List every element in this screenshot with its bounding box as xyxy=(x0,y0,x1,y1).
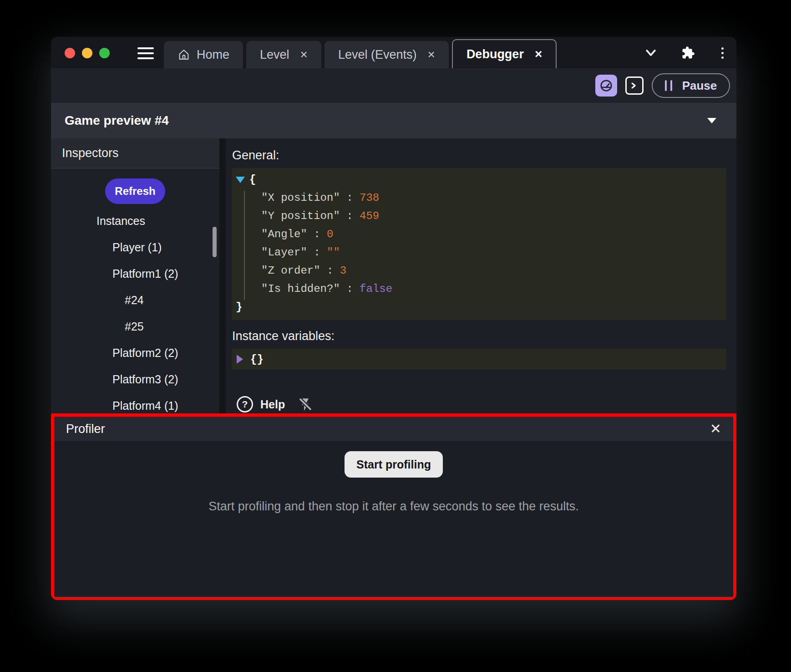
tree-item-platform4-1[interactable]: Platform4 (1) xyxy=(51,392,219,413)
help-label[interactable]: Help xyxy=(260,398,285,411)
close-window-button[interactable] xyxy=(65,48,75,58)
tree-item-label: Platform1 (2) xyxy=(112,267,178,280)
profiler-title: Profiler xyxy=(66,422,105,436)
object-close-row: } xyxy=(236,298,726,316)
property-separator: : xyxy=(320,265,340,277)
inspectors-sidebar: Inspectors Refresh InstancesPlayer (1)Pl… xyxy=(51,138,219,413)
instances-tree: InstancesPlayer (1)Platform1 (2)#24#25Pl… xyxy=(51,208,219,413)
help-icon[interactable]: ? xyxy=(237,396,253,412)
profiler-close-icon[interactable]: ✕ xyxy=(710,422,721,436)
profiler-header: Profiler ✕ xyxy=(54,417,733,441)
tab-label: Debugger xyxy=(466,47,524,61)
tree-item-label: Platform2 (2) xyxy=(112,346,178,360)
property-row-angle: "Angle" : 0 xyxy=(236,225,726,244)
chevron-down-icon[interactable] xyxy=(644,46,658,60)
close-brace: } xyxy=(236,301,242,313)
tab-close-icon[interactable]: × xyxy=(300,47,308,62)
property-row-layer: "Layer" : "" xyxy=(236,244,726,262)
tab-level-events[interactable]: Level (Events)× xyxy=(325,41,449,68)
tab-level[interactable]: Level× xyxy=(246,41,321,68)
profiler-panel: Profiler ✕ Start profiling Start profili… xyxy=(51,413,736,600)
tree-item-instances[interactable]: Instances xyxy=(51,208,219,234)
property-value: "" xyxy=(327,246,340,259)
tree-item-label: Instances xyxy=(96,214,145,228)
tree-item-label: Platform4 (1) xyxy=(112,399,178,412)
tree-item-label: Platform3 (2) xyxy=(112,373,178,386)
tabbar-actions xyxy=(644,46,726,60)
pause-button-label: Pause xyxy=(682,79,717,93)
inspectors-title: Inspectors xyxy=(62,146,119,160)
property-key: "Y position" xyxy=(261,210,340,222)
tree-item-platform2-2[interactable]: Platform2 (2) xyxy=(51,340,219,366)
home-icon xyxy=(177,48,190,61)
property-row-x-position: "X position" : 738 xyxy=(236,189,726,207)
minimize-window-button[interactable] xyxy=(82,48,92,58)
tab-bar: HomeLevel×Level (Events)×Debugger× xyxy=(51,37,736,68)
tree-item-player-1[interactable]: Player (1) xyxy=(51,234,219,260)
pause-icon xyxy=(665,80,672,91)
property-separator: : xyxy=(307,246,327,259)
inspector-content: General: { "X position" : 738"Y position… xyxy=(226,138,736,413)
property-value: 738 xyxy=(360,192,379,204)
terminal-prompt-icon xyxy=(630,81,639,90)
property-row-z-order: "Z order" : 3 xyxy=(236,262,726,280)
instance-variables-block: {} xyxy=(232,349,726,370)
expander-closed-icon[interactable] xyxy=(237,355,243,364)
property-row-is-hidden: "Is hidden?" : false xyxy=(236,280,726,298)
property-key: "Is hidden?" xyxy=(261,283,340,295)
general-section-label: General: xyxy=(232,148,726,163)
profiler-toggle-button[interactable] xyxy=(595,75,617,97)
tab-label: Home xyxy=(197,48,229,62)
tree-guide-line xyxy=(244,191,245,300)
tab-close-icon[interactable]: × xyxy=(428,47,435,62)
property-row-y-position: "Y position" : 459 xyxy=(236,207,726,225)
variables-value: {} xyxy=(250,353,264,366)
gauge-icon xyxy=(599,79,613,92)
property-key: "Layer" xyxy=(261,246,307,259)
tree-item-label: Player (1) xyxy=(112,241,162,254)
tree-item-platform3-2[interactable]: Platform3 (2) xyxy=(51,366,219,392)
panel-divider xyxy=(219,138,226,413)
inspectors-header: Inspectors xyxy=(51,138,219,168)
property-separator: : xyxy=(307,228,327,240)
tab-debugger[interactable]: Debugger× xyxy=(452,39,557,68)
property-value: 459 xyxy=(360,210,379,222)
tab-close-icon[interactable]: × xyxy=(535,47,542,61)
tree-item-label: #25 xyxy=(125,320,144,333)
instance-variables-label: Instance variables: xyxy=(232,329,726,343)
more-options-icon[interactable] xyxy=(719,47,726,59)
collapse-triangle-icon[interactable] xyxy=(707,118,716,123)
property-key: "Angle" xyxy=(261,228,307,240)
expander-open-icon[interactable] xyxy=(236,177,245,183)
extensions-puzzle-icon[interactable] xyxy=(681,46,695,60)
main-menu-icon[interactable] xyxy=(137,47,154,59)
desktop-background: HomeLevel×Level (Events)×Debugger× xyxy=(0,0,791,672)
tree-item-25[interactable]: #25 xyxy=(51,313,219,340)
refresh-button[interactable]: Refresh xyxy=(105,178,165,204)
general-properties-block: { "X position" : 738"Y position" : 459"A… xyxy=(232,168,726,320)
console-button[interactable] xyxy=(625,76,644,95)
pause-button[interactable]: Pause xyxy=(652,73,730,98)
app-window: HomeLevel×Level (Events)×Debugger× xyxy=(51,37,736,600)
maximize-window-button[interactable] xyxy=(99,48,110,58)
tree-item-platform1-2[interactable]: Platform1 (2) xyxy=(51,260,219,287)
object-open-row: { xyxy=(236,171,726,189)
tab-label: Level xyxy=(260,48,289,62)
property-separator: : xyxy=(340,192,360,204)
start-profiling-button[interactable]: Start profiling xyxy=(345,451,443,478)
tree-item-24[interactable]: #24 xyxy=(51,287,219,313)
property-separator: : xyxy=(340,210,360,222)
sidebar-scrollbar-thumb[interactable] xyxy=(213,227,217,257)
tab-home[interactable]: Home xyxy=(164,41,243,68)
game-preview-header[interactable]: Game preview #4 xyxy=(51,103,736,138)
open-brace: { xyxy=(249,173,256,186)
profiler-instructions: Start profiling and then stop it after a… xyxy=(208,499,578,514)
property-separator: : xyxy=(340,283,360,295)
property-key: "Z order" xyxy=(261,265,320,277)
tree-item-label: #24 xyxy=(125,294,144,307)
property-value: 3 xyxy=(340,265,346,277)
help-row: ? Help xyxy=(232,396,726,412)
tab-label: Level (Events) xyxy=(338,48,417,62)
main-area: Inspectors Refresh InstancesPlayer (1)Pl… xyxy=(51,138,736,413)
flash-off-icon[interactable] xyxy=(298,397,313,412)
